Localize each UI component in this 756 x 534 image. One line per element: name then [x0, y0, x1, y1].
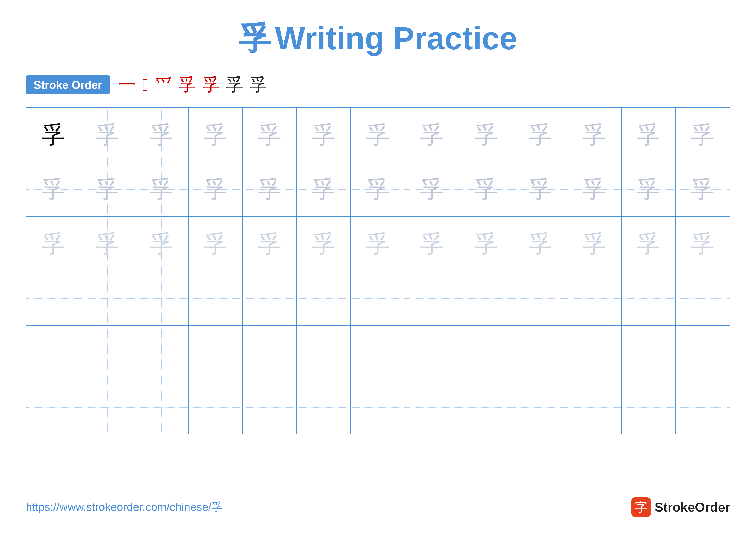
grid-cell[interactable] — [351, 326, 405, 380]
grid-cell[interactable]: 孚 — [567, 162, 622, 216]
title-label: Writing Practice — [275, 20, 517, 56]
grid-cell[interactable] — [26, 326, 80, 380]
grid-cell[interactable] — [243, 380, 297, 434]
footer-url[interactable]: https://www.strokeorder.com/chinese/孚 — [26, 499, 223, 515]
grid-cell[interactable] — [243, 326, 297, 380]
grid-cell[interactable]: 孚 — [297, 108, 351, 162]
grid-cell[interactable]: 孚 — [351, 271, 405, 325]
grid-cell[interactable]: 孚 — [26, 217, 80, 271]
grid-cell[interactable] — [405, 380, 459, 434]
footer-logo: 字 StrokeOrder — [632, 497, 730, 517]
grid-cell[interactable]: 孚 — [80, 162, 134, 216]
grid-cell[interactable] — [622, 326, 676, 380]
grid-cell[interactable] — [80, 326, 134, 380]
grid-cell[interactable]: 孚 — [134, 271, 189, 325]
grid-cell[interactable] — [26, 380, 80, 434]
grid-cell[interactable]: 孚 — [459, 217, 513, 271]
practice-char: 孚 — [258, 232, 282, 256]
grid-cell[interactable]: 孚 — [26, 162, 80, 216]
grid-cell[interactable]: 孚 — [80, 217, 134, 271]
grid-cell[interactable]: 孚 — [622, 271, 676, 325]
grid-cell[interactable]: 孚 — [297, 217, 351, 271]
grid-cell[interactable]: 孚 — [459, 162, 513, 216]
grid-cell[interactable]: 孚 — [26, 271, 80, 325]
practice-char: 孚 — [366, 232, 390, 256]
grid-cell[interactable] — [405, 326, 459, 380]
practice-char: 孚 — [474, 177, 498, 201]
grid-cell[interactable]: 孚 — [676, 271, 730, 325]
grid-cell[interactable]: 孚 — [351, 108, 405, 162]
grid-cell[interactable]: 孚 — [297, 162, 351, 216]
grid-cell[interactable] — [676, 326, 730, 380]
grid-cell[interactable]: 孚 — [676, 217, 730, 271]
grid-cell[interactable]: 孚 — [622, 108, 676, 162]
grid-cell[interactable] — [513, 326, 567, 380]
practice-char: 孚 — [582, 177, 606, 201]
grid-cell[interactable] — [459, 380, 513, 434]
grid-cell[interactable] — [567, 326, 622, 380]
stroke-step-5: 孚 — [202, 73, 220, 96]
grid-cell[interactable] — [459, 326, 513, 380]
practice-char: 孚 — [204, 232, 228, 256]
grid-cell[interactable]: 孚 — [189, 108, 243, 162]
grid-cell[interactable] — [351, 380, 405, 434]
practice-char: 孚 — [582, 232, 606, 256]
grid-cell[interactable]: 孚 — [351, 217, 405, 271]
grid-cell[interactable]: 孚 — [459, 108, 513, 162]
grid-cell[interactable]: 孚 — [351, 162, 405, 216]
grid-cell[interactable]: 孚 — [459, 271, 513, 325]
grid-cell[interactable]: 孚 — [189, 162, 243, 216]
grid-cell[interactable]: 孚 — [80, 271, 134, 325]
grid-cell[interactable]: 孚 — [513, 162, 567, 216]
grid-cell[interactable] — [189, 326, 243, 380]
grid-cell[interactable] — [297, 380, 351, 434]
footer-logo-icon: 字 — [632, 497, 651, 517]
grid-cell[interactable] — [134, 326, 189, 380]
grid-cell[interactable]: 孚 — [405, 217, 459, 271]
practice-char: 孚 — [420, 232, 444, 256]
grid-cell[interactable]: 孚 — [567, 271, 622, 325]
grid-cell[interactable]: 孚 — [134, 162, 189, 216]
grid-cell[interactable] — [513, 380, 567, 434]
grid-cell[interactable] — [189, 380, 243, 434]
practice-char: 孚 — [420, 177, 444, 201]
practice-char: 孚 — [258, 177, 282, 201]
grid-cell[interactable]: 孚 — [513, 108, 567, 162]
grid-cell[interactable]: 孚 — [622, 217, 676, 271]
grid-cell[interactable]: 孚 — [676, 108, 730, 162]
grid-cell[interactable]: 孚 — [405, 108, 459, 162]
grid-cell[interactable]: 孚 — [243, 217, 297, 271]
grid-cell[interactable]: 孚 — [676, 162, 730, 216]
grid-cell[interactable] — [676, 380, 730, 434]
grid-cell[interactable]: 孚 — [134, 217, 189, 271]
grid-cell[interactable]: 孚 — [80, 108, 134, 162]
grid-cell[interactable]: 孚 — [405, 271, 459, 325]
grid-cell[interactable]: 孚 — [567, 217, 622, 271]
grid-cell[interactable]: 孚 — [243, 162, 297, 216]
grid-cell[interactable]: 孚 — [513, 217, 567, 271]
stroke-order-badge: Stroke Order — [26, 75, 110, 94]
grid-cell[interactable]: 孚 — [567, 108, 622, 162]
grid-cell[interactable] — [297, 326, 351, 380]
grid-cell[interactable]: 孚 — [189, 271, 243, 325]
grid-cell[interactable]: 孚 — [405, 162, 459, 216]
title-chinese-char: 孚 — [239, 20, 271, 56]
grid-cell[interactable] — [134, 380, 189, 434]
grid-cell[interactable]: 孚 — [297, 271, 351, 325]
grid-cell[interactable]: 孚 — [622, 162, 676, 216]
practice-char: 孚 — [204, 177, 228, 201]
grid-cell[interactable]: 孚 — [189, 217, 243, 271]
grid-cell[interactable] — [622, 380, 676, 434]
grid-cell[interactable]: 孚 — [513, 271, 567, 325]
grid-row-1: 孚 孚 孚 孚 孚 孚 孚 孚 孚 孚 孚 孚 孚 — [26, 108, 730, 162]
grid-cell[interactable]: 孚 — [243, 108, 297, 162]
grid-cell[interactable]: 孚 — [243, 271, 297, 325]
grid-cell[interactable]: 孚 — [134, 108, 189, 162]
footer: https://www.strokeorder.com/chinese/孚 字 … — [26, 497, 730, 517]
grid-cell[interactable] — [567, 380, 622, 434]
practice-char: 孚 — [691, 177, 715, 201]
practice-char: 孚 — [149, 232, 173, 256]
grid-cell[interactable] — [80, 380, 134, 434]
grid-row-2: 孚 孚 孚 孚 孚 孚 孚 孚 孚 孚 孚 孚 孚 — [26, 162, 730, 217]
grid-cell[interactable]: 孚 — [26, 108, 80, 162]
